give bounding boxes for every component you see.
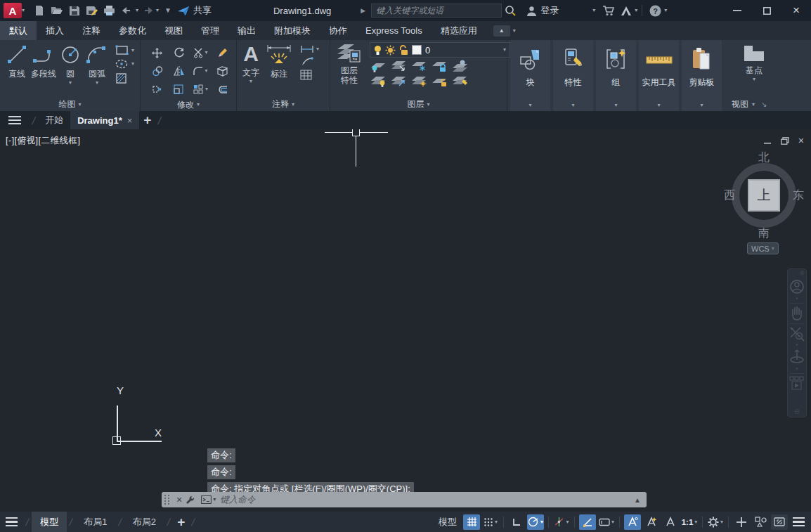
layout-menu-button[interactable] bbox=[6, 517, 18, 527]
app-menu-chevron-icon[interactable]: ▾ bbox=[22, 8, 25, 13]
undo-button[interactable] bbox=[118, 2, 136, 19]
layout2-tab[interactable]: 布局2 bbox=[124, 512, 164, 532]
plot-button[interactable] bbox=[100, 2, 118, 19]
zoom-icon[interactable] bbox=[789, 325, 805, 342]
file-tabs-menu-button[interactable] bbox=[8, 116, 21, 124]
leader-tool[interactable] bbox=[300, 57, 319, 66]
layer-isolate-tool[interactable] bbox=[390, 60, 407, 72]
command-options-wrench-icon[interactable] bbox=[185, 495, 195, 505]
navigation-wheel-icon[interactable] bbox=[789, 278, 805, 296]
app-store-button[interactable] bbox=[599, 2, 617, 19]
ellipse-tool[interactable]: ▾ bbox=[115, 59, 134, 69]
drawing-canvas[interactable]: [-][俯视][二维线框] × 北 西 东 南 上 WCS▾ ⊗ ▾ ▾ ▾ ⊖… bbox=[0, 129, 811, 512]
ribbon-tab-home[interactable]: 默认 bbox=[0, 21, 37, 40]
help-chevron-icon[interactable]: ▾ bbox=[664, 8, 667, 13]
drawing-close-icon[interactable]: × bbox=[798, 135, 804, 146]
ribbon-tab-manage[interactable]: 管理 bbox=[192, 21, 228, 40]
panel-utilities[interactable]: 实用工具 ▾ bbox=[639, 40, 679, 111]
stretch-tool[interactable] bbox=[152, 84, 163, 94]
customization-gear-button[interactable]: ▾ bbox=[707, 514, 724, 530]
sign-in-chevron-icon[interactable]: ▾ bbox=[592, 8, 595, 13]
autodesk-chevron-icon[interactable]: ▾ bbox=[635, 8, 637, 13]
hatch-tool[interactable] bbox=[115, 72, 134, 84]
navbar-close-icon[interactable]: ⊗ bbox=[799, 269, 805, 276]
file-tab-close-icon[interactable]: × bbox=[127, 115, 133, 126]
new-file-button[interactable] bbox=[30, 2, 48, 19]
line-tool[interactable]: 直线 bbox=[6, 42, 28, 98]
wcs-menu[interactable]: WCS▾ bbox=[747, 242, 779, 254]
search-input[interactable] bbox=[372, 6, 501, 15]
ortho-toggle[interactable] bbox=[508, 514, 525, 530]
layer-lock-tool[interactable] bbox=[431, 60, 448, 72]
redo-chevron-icon[interactable]: ▾ bbox=[156, 8, 159, 13]
base-point-tool[interactable]: 基点 ▾ bbox=[741, 43, 767, 98]
layer-thaw-all-tool[interactable] bbox=[410, 74, 427, 87]
ribbon-tab-output[interactable]: 输出 bbox=[228, 21, 265, 40]
search-button[interactable] bbox=[502, 2, 519, 19]
search-box[interactable] bbox=[371, 4, 502, 18]
panel-clipboard[interactable]: 剪贴板 ▾ bbox=[682, 40, 722, 111]
layout1-tab[interactable]: 布局1 bbox=[75, 512, 115, 532]
clean-screen-button[interactable] bbox=[771, 514, 788, 530]
redo-button[interactable] bbox=[138, 2, 156, 19]
panel-label-layers[interactable]: 图层▾ bbox=[330, 98, 507, 111]
viewcube-east[interactable]: 东 bbox=[793, 188, 804, 203]
share-button[interactable]: 共享 bbox=[177, 4, 212, 17]
new-layout-button[interactable]: + bbox=[177, 514, 185, 530]
pan-hand-icon[interactable] bbox=[789, 305, 805, 322]
viewcube-north[interactable]: 北 bbox=[758, 150, 770, 165]
zoom-chevron-icon[interactable]: ▾ bbox=[796, 342, 798, 348]
navbar-wheel-chevron-icon[interactable]: ▾ bbox=[796, 296, 798, 301]
ribbon-tab-insert[interactable]: 插入 bbox=[37, 21, 73, 40]
status-customize-button[interactable] bbox=[793, 517, 805, 527]
view-dialog-launcher-icon[interactable]: ↘ bbox=[761, 100, 767, 108]
arc-chevron-icon[interactable]: ▾ bbox=[96, 80, 98, 86]
panel-block[interactable]: 块 ▾ bbox=[510, 40, 550, 111]
polar-tracking-toggle[interactable]: ▾ bbox=[527, 514, 544, 530]
offset-tool[interactable] bbox=[216, 85, 228, 94]
maximize-button[interactable] bbox=[752, 0, 781, 21]
trim-tool[interactable]: ▾ bbox=[193, 48, 207, 58]
recent-commands-button[interactable]: ▾ bbox=[201, 495, 216, 504]
linear-dimension-tool[interactable]: ▾ bbox=[300, 45, 319, 53]
arc-tool[interactable]: 圆弧 ▾ bbox=[84, 42, 110, 98]
layer-change-tool[interactable] bbox=[451, 74, 468, 87]
layer-freeze-tool[interactable] bbox=[410, 60, 427, 72]
ribbon-tab-view[interactable]: 视图 bbox=[155, 21, 192, 40]
viewcube-south[interactable]: 南 bbox=[758, 226, 770, 241]
object-snap-toggle[interactable] bbox=[579, 514, 596, 530]
orbit-chevron-icon[interactable]: ▾ bbox=[796, 366, 798, 372]
ribbon-collapse-chevron-icon[interactable]: ▾ bbox=[513, 28, 516, 34]
base-point-chevron-icon[interactable]: ▾ bbox=[753, 77, 755, 82]
fillet-tool[interactable]: ▾ bbox=[193, 66, 207, 76]
panel-label-modify[interactable]: 修改▾ bbox=[141, 98, 236, 111]
rectangle-tool[interactable]: ▾ bbox=[115, 45, 134, 56]
explode-tool[interactable] bbox=[216, 65, 228, 77]
panel-label-draw[interactable]: 绘图▾ bbox=[0, 98, 140, 111]
file-tab-drawing1[interactable]: Drawing1* × bbox=[70, 111, 139, 129]
autodesk-logo[interactable] bbox=[617, 2, 635, 19]
annotation-autoscale-toggle[interactable] bbox=[643, 514, 660, 530]
erase-tool[interactable] bbox=[216, 47, 228, 58]
annotation-visibility-toggle[interactable] bbox=[624, 514, 641, 530]
layer-dropdown[interactable]: 0 ▾ bbox=[370, 42, 510, 58]
dynamic-input-toggle[interactable]: ▾ bbox=[598, 514, 615, 530]
save-button[interactable] bbox=[65, 2, 83, 19]
navbar-customize-icon[interactable]: ⊖ bbox=[794, 408, 800, 415]
dimension-tool[interactable]: 标注 bbox=[265, 42, 293, 98]
qat-customize-chevron-icon[interactable]: ▼ bbox=[164, 7, 171, 14]
ribbon-collapse-button[interactable]: ▲ bbox=[493, 25, 510, 37]
open-file-button[interactable] bbox=[48, 2, 65, 19]
viewport-controls[interactable]: [-][俯视][二维线框] bbox=[6, 135, 81, 147]
view-chevron-icon[interactable]: ▾ bbox=[752, 102, 755, 108]
panel-properties[interactable]: 特性 ▾ bbox=[553, 40, 593, 111]
command-bar-close-icon[interactable]: × bbox=[176, 494, 182, 505]
title-flyout-arrow-icon[interactable]: ▶ bbox=[361, 7, 365, 14]
app-menu-button[interactable]: A bbox=[4, 3, 22, 18]
table-tool[interactable] bbox=[300, 70, 319, 80]
drawing-minimize-icon[interactable] bbox=[764, 137, 772, 144]
panel-label-view[interactable]: 视图 bbox=[732, 98, 748, 110]
viewcube-west[interactable]: 西 bbox=[724, 188, 735, 203]
orbit-icon[interactable] bbox=[789, 348, 805, 366]
layer-match-tool[interactable] bbox=[390, 74, 407, 87]
